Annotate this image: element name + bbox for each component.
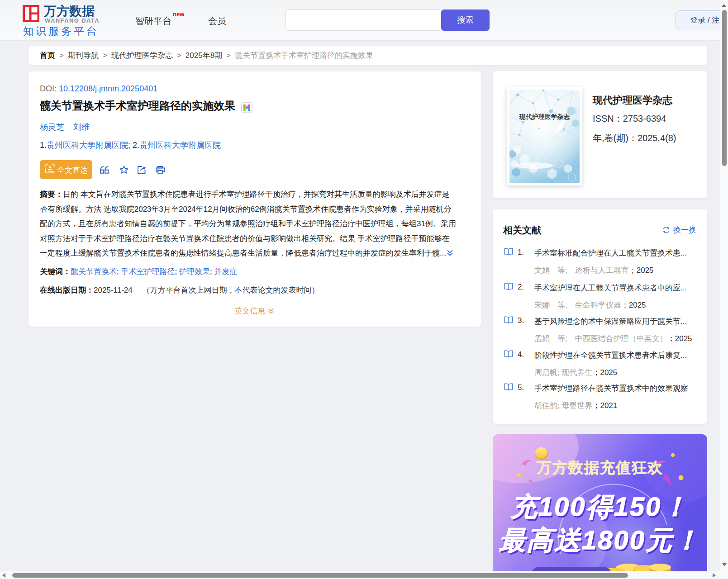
svg-text:free: free bbox=[48, 170, 54, 173]
